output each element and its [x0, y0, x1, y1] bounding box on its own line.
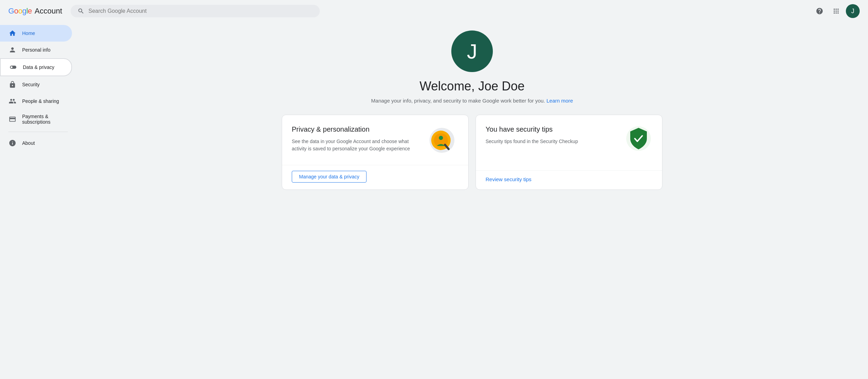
apps-icon: [832, 7, 840, 15]
learn-more-link[interactable]: Learn more: [546, 98, 573, 104]
svg-point-3: [439, 136, 443, 140]
sidebar-item-personal-info-label: Personal info: [22, 47, 51, 53]
sidebar-item-home-label: Home: [22, 30, 35, 36]
privacy-icon-svg: [426, 126, 458, 157]
search-bar[interactable]: [71, 5, 320, 17]
privacy-card-title: Privacy & personalization: [292, 125, 418, 134]
security-card-body: You have security tips Security tips fou…: [476, 115, 662, 170]
user-avatar-large: J: [451, 30, 493, 72]
privacy-card-description: See the data in your Google Account and …: [292, 138, 418, 152]
sidebar-item-people-sharing[interactable]: People & sharing: [0, 93, 72, 109]
header: Google Account J: [0, 0, 868, 22]
sidebar-item-personal-info[interactable]: Personal info: [0, 42, 72, 58]
sidebar-item-data-privacy-label: Data & privacy: [23, 64, 54, 70]
sidebar-item-people-sharing-label: People & sharing: [22, 98, 59, 104]
privacy-card-text: Privacy & personalization See the data i…: [292, 125, 418, 152]
security-card: You have security tips Security tips fou…: [476, 115, 662, 190]
sidebar-item-data-privacy[interactable]: Data & privacy: [0, 58, 72, 76]
security-card-description: Security tips found in the Security Chec…: [486, 138, 618, 145]
privacy-card-body: Privacy & personalization See the data i…: [282, 115, 468, 165]
security-card-footer: Review security tips: [476, 170, 662, 190]
manage-data-privacy-button[interactable]: Manage your data & privacy: [292, 171, 367, 183]
sidebar: Home Personal info Data & privacy Securi…: [0, 22, 76, 379]
help-icon: [816, 7, 823, 15]
home-icon: [8, 29, 17, 37]
sidebar-item-home[interactable]: Home: [0, 25, 72, 42]
review-security-tips-link[interactable]: Review security tips: [486, 176, 532, 182]
main-layout: Home Personal info Data & privacy Securi…: [0, 22, 868, 379]
privacy-card: Privacy & personalization See the data i…: [282, 115, 469, 190]
security-shield-svg: [625, 123, 652, 154]
google-account-logo[interactable]: Google Account: [8, 7, 62, 16]
header-actions: J: [813, 4, 860, 18]
welcome-subtitle: Manage your info, privacy, and security …: [371, 98, 573, 104]
security-card-text: You have security tips Security tips fou…: [486, 125, 618, 145]
toggle-icon: [9, 63, 17, 71]
welcome-section: J Welcome, Joe Doe Manage your info, pri…: [90, 30, 854, 104]
search-icon: [78, 8, 84, 15]
user-avatar-button[interactable]: J: [846, 4, 860, 18]
people-icon: [8, 97, 17, 105]
sidebar-item-about[interactable]: About: [0, 135, 72, 151]
security-shield-illustration: [625, 125, 652, 152]
security-card-title: You have security tips: [486, 125, 618, 134]
sidebar-item-payments[interactable]: Payments & subscriptions: [0, 109, 72, 129]
account-logo-text: Account: [35, 7, 62, 16]
sidebar-item-about-label: About: [22, 140, 35, 146]
card-icon: [8, 115, 17, 123]
sidebar-item-payments-label: Payments & subscriptions: [22, 114, 64, 125]
privacy-illustration: [425, 125, 459, 158]
sidebar-item-security-label: Security: [22, 82, 40, 87]
apps-button[interactable]: [829, 4, 843, 18]
person-icon: [8, 46, 17, 54]
google-logo-text: Google: [8, 7, 32, 16]
cards-grid: Privacy & personalization See the data i…: [282, 115, 662, 190]
sidebar-divider: [8, 132, 68, 132]
privacy-card-footer: Manage your data & privacy: [282, 165, 468, 190]
info-icon: [8, 139, 17, 147]
lock-icon: [8, 80, 17, 89]
help-button[interactable]: [813, 4, 826, 18]
sidebar-item-security[interactable]: Security: [0, 76, 72, 93]
search-input[interactable]: [89, 8, 313, 14]
welcome-title: Welcome, Joe Doe: [419, 79, 524, 94]
main-content: J Welcome, Joe Doe Manage your info, pri…: [76, 22, 868, 379]
